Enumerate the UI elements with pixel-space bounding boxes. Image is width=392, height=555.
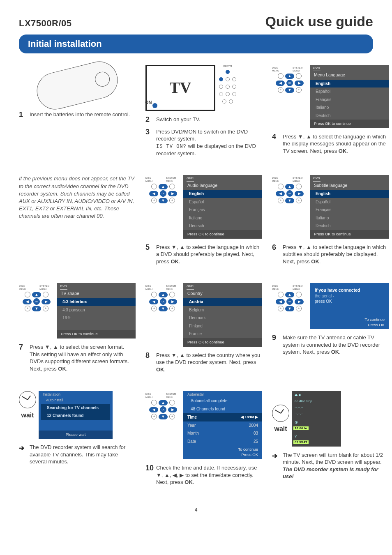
- step-8-text: Press ▼, ▲ to select the country where y…: [156, 352, 262, 373]
- tv-big-label: TV: [170, 77, 191, 98]
- remote-dpad: DISC MENUSYSTEM MENU OK ++: [272, 65, 307, 95]
- remote-dpad: DISC MENUSYSTEM MENU OK ++: [145, 391, 181, 421]
- step-4-text: Press ▼, ▲ to select the language in whi…: [283, 133, 389, 155]
- remote-dpad: DISC MENUSYSTEM MENU OK ++: [272, 175, 307, 205]
- final-text: The TV screen will turn blank for about …: [283, 451, 389, 480]
- step-number-9: 9: [272, 334, 279, 356]
- osd-autoinstall-complete: Autoinstall Autoinstall complete 48 Chan…: [183, 391, 262, 459]
- page-number: 4: [19, 507, 373, 513]
- step-number-10: 10: [145, 464, 153, 486]
- step-number-1: 1: [19, 111, 26, 118]
- step-number-3: 3: [145, 128, 153, 157]
- remote-dpad: DISC MENUSYSTEM MENU OK ++: [145, 175, 181, 205]
- step-7-text: Press ▼, ▲ to select the screen format. …: [30, 343, 136, 372]
- step-10-text: Check the time and date. If necessary, u…: [156, 464, 262, 486]
- step-5-text: Press ▼, ▲ to select the language in whi…: [156, 244, 262, 265]
- step-2-text: Switch on your TV.: [156, 116, 201, 123]
- step-number-6: 6: [272, 244, 279, 265]
- step-3-text: Press DVD/MON to switch on the DVD recor…: [156, 128, 262, 157]
- step-number-8: 8: [145, 352, 153, 373]
- osd-country: DVD Country Austria Belgium Denmark Finl…: [183, 283, 262, 346]
- remote-dpad: DISC MENUSYSTEM MENU OK ++: [272, 283, 307, 313]
- guide-title: Quick use guide: [265, 12, 373, 31]
- arrow-icon: ➔: [272, 451, 279, 480]
- remote-dpad: DISC MENUSYSTEM MENU OK ++: [19, 283, 54, 313]
- osd-audio-language: DVD Audio language English Español Franç…: [183, 175, 262, 238]
- step-number-4: 4: [272, 133, 279, 155]
- remote-illustration: [19, 65, 136, 106]
- osd-subtitle-language: DVD Subtitle language English Español Fr…: [310, 175, 389, 238]
- model-number: LX7500R/05: [19, 17, 72, 30]
- osd-menu-language: DVD Menu Language English Español França…: [310, 65, 389, 128]
- wait-icon: wait: [19, 391, 36, 420]
- step-6-text: Press ▼, ▲ to select the language in whi…: [283, 244, 389, 265]
- channel-note: If the previous menu does not appear, se…: [19, 175, 136, 220]
- osd-aerial-prompt: If you have connected the aerial - press…: [310, 283, 389, 329]
- tv-illustration: ON TV: [145, 65, 215, 111]
- wait-icon: wait: [272, 405, 289, 433]
- section-title: Initial installation: [19, 35, 373, 53]
- remote-top-buttons: RECOTR: [218, 65, 238, 105]
- remote-dpad: DISC MENUSYSTEM MENU OK ++: [145, 283, 181, 313]
- tv-on-label: ON: [145, 99, 152, 106]
- step-number-5: 5: [145, 244, 153, 265]
- device-front-display: ⏏ ■ no disc stop --:--:-- --:--:-- ⦿ 18:…: [292, 391, 341, 446]
- step-number-2: 2: [145, 116, 153, 123]
- step-number-7: 7: [19, 343, 26, 372]
- osd-tv-shape: DVD TV shape 4:3 letterbox 4:3 panscan 1…: [57, 283, 136, 339]
- arrow-icon: ➔: [19, 444, 26, 465]
- step-1-text: Insert the batteries into the remote con…: [30, 111, 130, 118]
- osd-autoinstall-searching: Installation Autoinstall Searching for T…: [39, 391, 113, 439]
- step-9-text: Make sure the TV antenna or cable TV sys…: [283, 334, 389, 356]
- search-text: The DVD recorder system will search for …: [30, 444, 136, 465]
